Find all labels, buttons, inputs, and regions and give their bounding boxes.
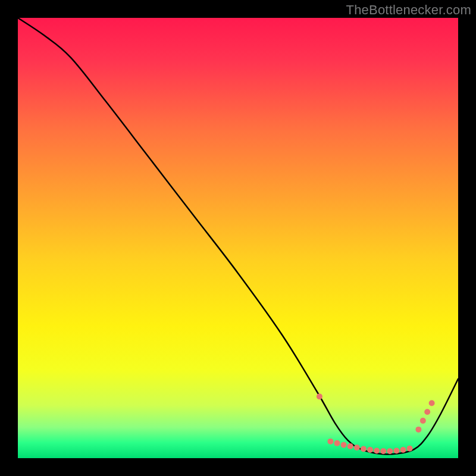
marker-dot	[317, 393, 322, 399]
marker-dot	[407, 446, 413, 452]
watermark-text: TheBottlenecker.com	[346, 2, 471, 18]
marker-dot	[387, 448, 393, 454]
marker-dot	[347, 443, 353, 449]
marker-dot	[354, 444, 360, 450]
marker-dot	[367, 447, 373, 453]
marker-dot	[420, 418, 426, 424]
marker-dot	[361, 446, 367, 452]
marker-dot	[327, 439, 333, 444]
marker-dot	[334, 440, 340, 446]
marker-dot	[374, 447, 380, 453]
marker-dot	[429, 400, 435, 406]
plot-area	[18, 18, 458, 458]
marker-dot	[424, 409, 430, 415]
marker-dot	[341, 442, 347, 448]
chart-container: TheBottlenecker.com	[0, 0, 476, 476]
marker-dot	[393, 447, 399, 453]
marker-dot	[400, 447, 406, 453]
marker-dot	[380, 448, 386, 454]
chart-svg	[18, 18, 458, 458]
gradient-background	[18, 18, 458, 458]
marker-dot	[415, 427, 421, 433]
